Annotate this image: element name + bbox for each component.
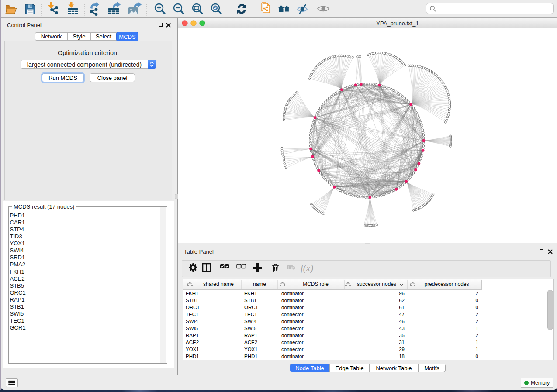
svg-text:f(x): f(x) [301,263,313,273]
